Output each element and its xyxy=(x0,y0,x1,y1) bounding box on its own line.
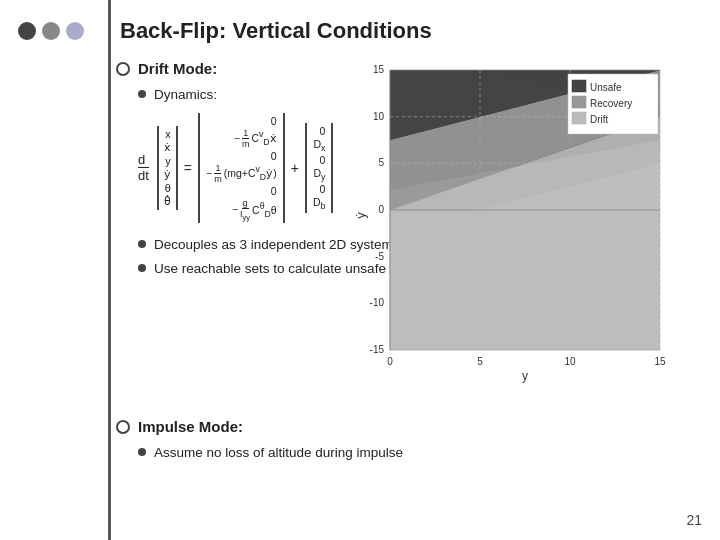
bullet-impulse xyxy=(138,448,146,456)
page-number: 21 xyxy=(686,512,702,528)
state-vector: x ẋ y ẏ θ θ̇ xyxy=(157,126,178,210)
chart-area: 15 10 5 0 -5 -10 -15 0 5 10 15 y ẏ Unsaf… xyxy=(350,60,710,390)
svg-rect-37 xyxy=(572,80,586,92)
svg-rect-38 xyxy=(572,96,586,108)
legend-drift-2: Drift xyxy=(590,114,609,125)
legend-recovery-2: Recovery xyxy=(590,98,632,109)
sub-item-impulse: Assume no loss of altitude during impuls… xyxy=(138,443,416,463)
chart-svg: 15 10 5 0 -5 -10 -15 0 5 10 15 y ẏ Unsaf… xyxy=(350,60,710,390)
x-tick-5: 5 xyxy=(477,356,483,367)
bullet-decouples xyxy=(138,240,146,248)
impulse-mode-label: Impulse Mode: xyxy=(138,418,243,435)
dynamics-label: Dynamics: xyxy=(154,85,217,105)
y-tick-n10: -10 xyxy=(370,297,385,308)
y-tick-10: 10 xyxy=(373,111,385,122)
y-tick-15: 15 xyxy=(373,64,385,75)
x-tick-0: 0 xyxy=(387,356,393,367)
legend-unsafe-2: Unsafe xyxy=(590,82,622,93)
y-tick-n15: -15 xyxy=(370,344,385,355)
dot-1 xyxy=(18,22,36,40)
x-axis-label: y xyxy=(522,369,528,383)
bullet-dynamics xyxy=(138,90,146,98)
x-tick-15: 15 xyxy=(654,356,666,367)
bottom-content: Impulse Mode: Assume no loss of altitude… xyxy=(116,418,416,467)
decorative-dots xyxy=(18,22,84,40)
drift-mode-label: Drift Mode: xyxy=(138,60,217,77)
section-impulse-mode: Impulse Mode: xyxy=(116,418,416,435)
section-bullet-impulse xyxy=(116,420,130,434)
system-matrix: 0 − 1 m CvDẋ 0 − 1 m (mg+CvDẏ) 0 − xyxy=(198,113,285,224)
y-tick-n5: -5 xyxy=(375,251,384,262)
d-dt-label: d dt xyxy=(138,152,149,183)
y-tick-5: 5 xyxy=(378,157,384,168)
dot-2 xyxy=(42,22,60,40)
dot-3 xyxy=(66,22,84,40)
y-axis-label: ẏ xyxy=(354,212,368,219)
x-tick-10: 10 xyxy=(564,356,576,367)
input-vector: 0 Dx 0 Dy 0 Db xyxy=(305,123,333,213)
equals-sign: = xyxy=(184,160,192,176)
bullet-reachable xyxy=(138,264,146,272)
left-vertical-bar xyxy=(108,0,111,540)
y-tick-0: 0 xyxy=(378,204,384,215)
svg-rect-39 xyxy=(572,112,586,124)
section-bullet-drift xyxy=(116,62,130,76)
plus-sign: + xyxy=(291,160,299,176)
page-title: Back-Flip: Vertical Conditions xyxy=(120,18,432,44)
impulse-text: Assume no loss of altitude during impuls… xyxy=(154,443,403,463)
